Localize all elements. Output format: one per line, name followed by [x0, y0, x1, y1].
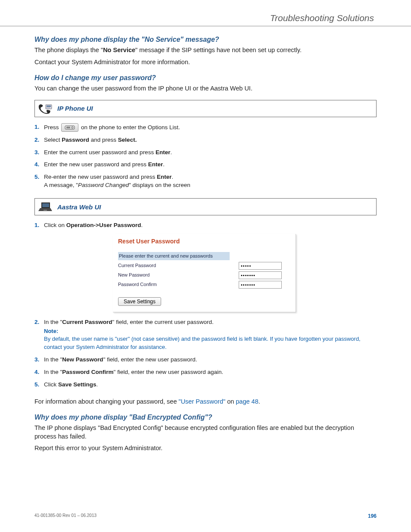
text: . — [170, 149, 172, 156]
bold: Select. — [118, 137, 137, 143]
bold: Enter — [157, 174, 172, 180]
text: . — [171, 174, 173, 180]
bold: Save Settings — [58, 381, 97, 388]
current-password-field[interactable] — [239, 262, 282, 270]
text: Press — [44, 124, 60, 130]
svg-rect-8 — [42, 203, 49, 207]
bold: Current Password — [62, 319, 112, 325]
text: Enter the current user password and pres… — [44, 149, 156, 156]
svg-rect-6 — [66, 127, 70, 128]
text: The phone displays the " — [34, 47, 103, 53]
para-bad-config-1: The IP phone displays "Bad Encrypted Con… — [34, 424, 377, 441]
bold: New Password — [62, 356, 103, 363]
text: on — [225, 398, 236, 405]
save-settings-button[interactable]: Save Settings — [118, 297, 161, 306]
bold: Enter — [148, 161, 163, 168]
text: " field, enter the new user password. — [103, 356, 197, 363]
step: Click Save Settings. — [34, 381, 377, 389]
step: Click on Operation->User Password. Reset… — [34, 221, 377, 312]
confirm-password-field[interactable] — [239, 281, 282, 289]
note-label: Note: — [44, 327, 377, 335]
new-password-row: New Password — [118, 271, 290, 279]
footer-page-number: 196 — [368, 513, 377, 519]
new-password-label: New Password — [118, 272, 239, 278]
text: . — [163, 161, 165, 168]
svg-point-4 — [49, 107, 50, 108]
bold: Enter — [156, 149, 171, 156]
laptop-icon — [37, 201, 53, 213]
options-key-icon — [61, 123, 78, 132]
text: Click on — [44, 222, 66, 228]
step: Select Password and press Select. — [34, 136, 377, 144]
text: Enter the new user password and press — [44, 161, 148, 168]
footer-rev: 41-001385-00 Rev 01 – 06.2013 — [34, 513, 97, 519]
svg-point-7 — [72, 127, 73, 128]
xref-para: For information about changing your pass… — [34, 398, 377, 406]
italic: Password Changed — [78, 182, 129, 188]
ip-phone-ui-label: IP Phone UI — [57, 105, 93, 112]
step: In the "Current Password" field, enter t… — [34, 318, 377, 352]
text: Click — [44, 381, 58, 388]
note-text: By default, the user name is "user" (not… — [44, 336, 361, 350]
reset-password-panel: Reset User Password Please enter the cur… — [113, 234, 296, 312]
current-password-label: Current Password — [118, 262, 239, 269]
text: " displays on the screen — [129, 182, 190, 188]
web-ui-steps: Click on Operation->User Password. Reset… — [34, 221, 377, 389]
text: For information about changing your pass… — [34, 398, 179, 405]
heading-no-service: Why does my phone display the "No Servic… — [34, 36, 377, 44]
text: . — [258, 398, 260, 405]
link-user-password[interactable]: "User Password" — [179, 398, 226, 405]
ip-phone-steps: Press on the phone to enter the Options … — [34, 123, 377, 190]
ip-phone-ui-box: IP Phone UI — [34, 100, 377, 117]
svg-point-2 — [47, 107, 47, 108]
aastra-web-ui-box: Aastra Web UI — [34, 198, 377, 215]
text: A message, " — [44, 182, 78, 188]
svg-rect-9 — [44, 210, 47, 211]
new-password-field[interactable] — [239, 271, 282, 279]
text: " field, enter the current user password… — [112, 319, 214, 325]
phone-icon — [37, 103, 53, 115]
step: Enter the current user password and pres… — [34, 149, 377, 157]
page-section-title: Troubleshooting Solutions — [34, 13, 374, 23]
text: " field, enter the new user password aga… — [114, 369, 224, 375]
confirm-password-label: Password Confirm — [118, 281, 239, 288]
bold: Password Confirm — [62, 369, 113, 375]
text: . — [141, 222, 143, 228]
reset-title: Reset User Password — [118, 237, 290, 246]
header-rule — [0, 26, 411, 26]
text: on the phone to enter the Options List. — [79, 124, 180, 130]
aastra-web-ui-label: Aastra Web UI — [57, 203, 101, 211]
para-no-service-1: The phone displays the "No Service" mess… — [34, 46, 377, 55]
step: Enter the new user password and press En… — [34, 161, 377, 169]
reset-instruction: Please enter the current and new passwor… — [118, 252, 230, 260]
para-bad-config-2: Report this error to your System Adminis… — [34, 444, 377, 453]
step: In the "Password Confirm" field, enter t… — [34, 368, 377, 376]
bold: Password — [62, 137, 89, 143]
link-page-48[interactable]: page 48 — [236, 398, 258, 405]
confirm-password-row: Password Confirm — [118, 281, 290, 289]
heading-bad-encrypted-config: Why does my phone display "Bad Encrypted… — [34, 414, 377, 421]
text: In the " — [44, 319, 62, 325]
text: Select — [44, 137, 62, 143]
svg-rect-1 — [47, 106, 51, 107]
para-change-password: You can change the user password from th… — [34, 84, 377, 93]
text: . — [97, 381, 98, 388]
svg-point-3 — [48, 107, 49, 108]
page-footer: 41-001385-00 Rev 01 – 06.2013 196 — [34, 513, 377, 519]
text: Re-enter the new user password and press — [44, 174, 157, 180]
text: In the " — [44, 369, 62, 375]
bold-no-service: No Service — [103, 47, 135, 53]
heading-change-password: How do I change my user password? — [34, 74, 377, 82]
text: and press — [89, 137, 118, 143]
bold: Operation->User Password — [66, 222, 141, 228]
text: In the " — [44, 356, 62, 363]
current-password-row: Current Password — [118, 262, 290, 270]
text: " message if the SIP settings have not b… — [135, 47, 302, 53]
para-no-service-2: Contact your System Administrator for mo… — [34, 58, 377, 67]
step: Re-enter the new user password and press… — [34, 173, 377, 190]
step: Press on the phone to enter the Options … — [34, 123, 377, 132]
step: In the "New Password" field, enter the n… — [34, 356, 377, 364]
